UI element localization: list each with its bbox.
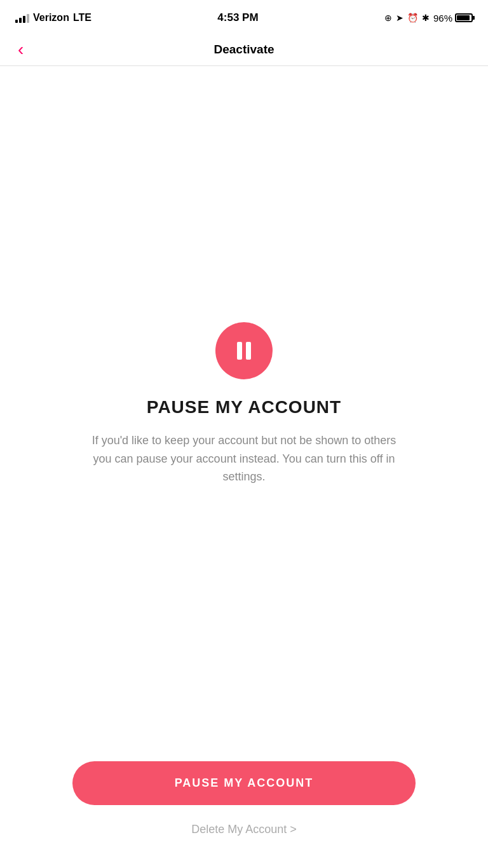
main-content: PAUSE MY ACCOUNT If you'd like to keep y… xyxy=(0,66,488,742)
delete-account-button[interactable]: Delete My Account > xyxy=(191,823,297,836)
bluetooth-icon: ✱ xyxy=(422,13,430,23)
status-right: ⊕ ➤ ⏰ ✱ 96% xyxy=(384,13,473,24)
pause-icon-container xyxy=(215,322,273,379)
pause-heading: PAUSE MY ACCOUNT xyxy=(147,397,341,417)
bottom-section: PAUSE MY ACCOUNT Delete My Account > xyxy=(0,742,488,868)
pause-icon xyxy=(237,342,251,360)
alarm-icon: ⏰ xyxy=(407,13,418,23)
back-button[interactable]: ‹ xyxy=(13,38,29,61)
page-title: Deactivate xyxy=(214,43,274,57)
nav-header: ‹ Deactivate xyxy=(0,33,488,66)
battery-container: 96% xyxy=(433,13,473,24)
back-chevron-icon: ‹ xyxy=(18,41,24,58)
pause-description: If you'd like to keep your account but n… xyxy=(92,431,396,486)
network-type-label: LTE xyxy=(73,12,92,24)
location-icon: ➤ xyxy=(396,13,403,23)
signal-icon xyxy=(15,13,29,23)
status-time: 4:53 PM xyxy=(217,11,258,24)
pause-account-button[interactable]: PAUSE MY ACCOUNT xyxy=(72,761,416,805)
battery-icon xyxy=(455,13,473,22)
lock-icon: ⊕ xyxy=(384,13,392,23)
status-bar: Verizon LTE 4:53 PM ⊕ ➤ ⏰ ✱ 96% xyxy=(0,0,488,33)
battery-percent: 96% xyxy=(433,13,452,24)
carrier-label: Verizon xyxy=(33,12,69,24)
status-left: Verizon LTE xyxy=(15,12,92,24)
